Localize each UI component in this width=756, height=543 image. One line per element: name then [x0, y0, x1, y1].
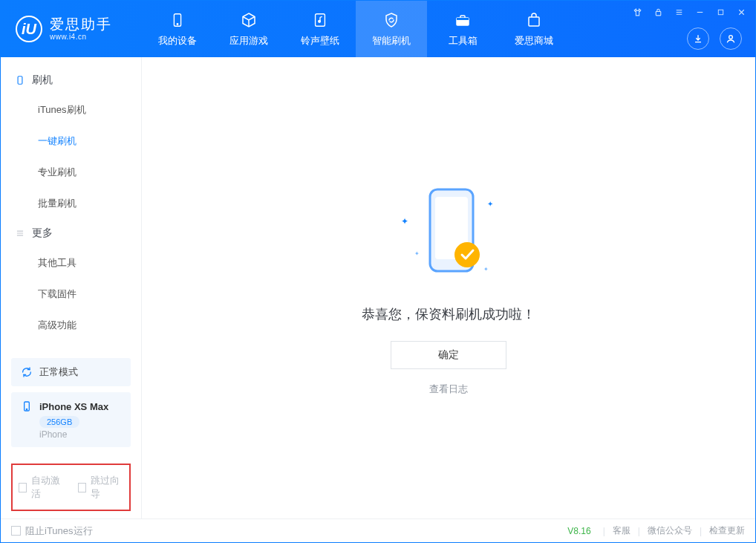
minimize-icon[interactable] — [694, 7, 705, 17]
toolbox-icon — [453, 10, 472, 30]
sparkle-icon: ✦ — [487, 200, 493, 208]
tab-smart-flash[interactable]: 智能刷机 — [356, 1, 427, 57]
cube-icon — [239, 10, 258, 30]
highlighted-options: 自动激活 跳过向导 — [11, 464, 131, 511]
device-mode-card[interactable]: 正常模式 — [11, 358, 131, 386]
tab-label: 铃声壁纸 — [301, 34, 339, 48]
maximize-icon[interactable] — [715, 7, 726, 17]
sidebar-item-batch-flash[interactable]: 批量刷机 — [1, 188, 141, 219]
app-title: 爱思助手 — [50, 17, 112, 33]
device-type: iPhone — [39, 429, 122, 440]
sidebar: 刷机 iTunes刷机 一键刷机 专业刷机 批量刷机 更多 其他工具 下载固件 … — [1, 57, 142, 518]
svg-rect-6 — [529, 17, 539, 26]
phone-small-icon — [20, 400, 33, 413]
sparkle-icon: ✦ — [414, 250, 420, 257]
tab-toolbox[interactable]: 工具箱 — [427, 1, 498, 57]
tab-label: 我的设备 — [158, 34, 197, 48]
lock-icon[interactable] — [653, 7, 663, 17]
body: 刷机 iTunes刷机 一键刷机 专业刷机 批量刷机 更多 其他工具 下载固件 … — [1, 57, 755, 518]
checkbox-icon — [78, 483, 86, 492]
footer-link-update[interactable]: 检查更新 — [709, 524, 745, 537]
sidebar-item-itunes-flash[interactable]: iTunes刷机 — [1, 94, 141, 126]
device-info-card[interactable]: iPhone XS Max 256GB iPhone — [11, 392, 131, 447]
logo-area[interactable]: iU 爱思助手 www.i4.cn — [1, 16, 142, 42]
sidebar-item-advanced[interactable]: 高级功能 — [1, 310, 141, 341]
view-log-link[interactable]: 查看日志 — [429, 383, 468, 396]
version-label: V8.16 — [567, 526, 590, 536]
menu-icon[interactable] — [674, 7, 684, 17]
success-illustration: ✦ ✦ ✦ ✦ — [397, 181, 501, 284]
tab-store[interactable]: 爱思商城 — [498, 1, 570, 57]
sidebar-item-oneclick-flash[interactable]: 一键刷机 — [1, 126, 141, 157]
app-window: iU 爱思助手 www.i4.cn 我的设备 应用游戏 — [0, 0, 756, 543]
tab-label: 工具箱 — [449, 34, 478, 48]
device-model: iPhone XS Max — [39, 401, 108, 412]
phone-icon — [14, 74, 26, 86]
app-logo-icon: iU — [16, 16, 42, 42]
device-icon — [168, 10, 187, 30]
sidebar-item-other-tools[interactable]: 其他工具 — [1, 247, 141, 279]
checkbox-block-itunes[interactable]: 阻止iTunes运行 — [11, 524, 93, 538]
footer: 阻止iTunes运行 V8.16 | 客服 | 微信公众号 | 检查更新 — [1, 518, 755, 542]
device-mode-label: 正常模式 — [39, 365, 78, 379]
store-icon — [524, 10, 544, 30]
checkbox-icon — [19, 483, 27, 492]
sidebar-group-flash: 刷机 — [1, 66, 141, 94]
nav-tabs: 我的设备 应用游戏 铃声壁纸 智能刷机 — [142, 1, 570, 57]
tab-apps-games[interactable]: 应用游戏 — [213, 1, 284, 57]
svg-point-12 — [26, 409, 27, 409]
success-message: 恭喜您，保资料刷机成功啦！ — [362, 305, 535, 323]
svg-rect-10 — [18, 77, 22, 85]
svg-point-15 — [454, 242, 480, 267]
refresh-shield-icon — [382, 10, 401, 30]
checkbox-skip-wizard[interactable]: 跳过向导 — [78, 474, 124, 501]
download-button[interactable] — [687, 27, 709, 50]
device-storage: 256GB — [39, 416, 79, 428]
svg-rect-8 — [718, 10, 723, 14]
sidebar-item-download-firmware[interactable]: 下载固件 — [1, 279, 141, 310]
svg-point-3 — [319, 20, 321, 22]
header: iU 爱思助手 www.i4.cn 我的设备 应用游戏 — [1, 1, 755, 57]
window-controls — [632, 1, 746, 17]
sidebar-item-pro-flash[interactable]: 专业刷机 — [1, 157, 141, 188]
refresh-icon — [20, 365, 33, 379]
tab-label: 爱思商城 — [515, 34, 553, 48]
sparkle-icon: ✦ — [483, 266, 489, 273]
confirm-button[interactable]: 确定 — [391, 341, 506, 369]
user-button[interactable] — [720, 27, 742, 50]
tab-ringtones-wallpapers[interactable]: 铃声壁纸 — [284, 1, 356, 57]
svg-rect-5 — [457, 18, 469, 20]
svg-point-9 — [729, 36, 733, 39]
checkbox-icon — [11, 526, 21, 536]
close-icon[interactable] — [736, 7, 746, 17]
tab-label: 智能刷机 — [372, 34, 411, 48]
sidebar-group-more: 更多 — [1, 219, 141, 247]
checkbox-auto-activate[interactable]: 自动激活 — [19, 474, 65, 501]
header-right — [632, 1, 755, 57]
footer-link-wechat[interactable]: 微信公众号 — [648, 524, 692, 537]
app-url: www.i4.cn — [50, 33, 112, 41]
tab-my-device[interactable]: 我的设备 — [142, 1, 213, 57]
tshirt-icon[interactable] — [632, 7, 642, 17]
svg-point-1 — [177, 24, 177, 25]
list-icon — [14, 227, 26, 239]
footer-link-support[interactable]: 客服 — [613, 524, 630, 537]
sparkle-icon: ✦ — [401, 216, 408, 227]
tab-label: 应用游戏 — [229, 34, 268, 48]
main-content: ✦ ✦ ✦ ✦ 恭喜您，保资料刷机成功啦！ 确定 查看日志 — [142, 57, 755, 518]
svg-rect-7 — [656, 11, 661, 15]
music-note-icon — [310, 10, 330, 30]
